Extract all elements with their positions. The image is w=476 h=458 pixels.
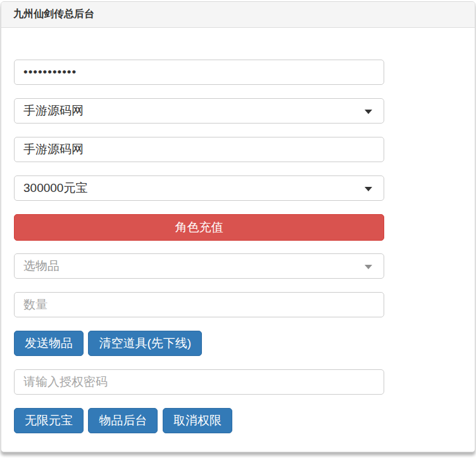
permission-actions-row: 无限元宝 物品后台 取消权限 bbox=[14, 408, 462, 433]
role-input[interactable] bbox=[14, 137, 384, 162]
caret-down-icon bbox=[365, 110, 372, 114]
clear-items-button[interactable]: 清空道具(先下线) bbox=[88, 331, 202, 356]
server-select-value: 手游源码网 bbox=[23, 104, 84, 117]
page-title: 九州仙剑传总后台 bbox=[1, 2, 475, 28]
item-select[interactable]: 选物品 bbox=[14, 253, 384, 279]
admin-panel: 九州仙剑传总后台 手游源码网 300000元宝 角色充值 选物品 发送物品 清空… bbox=[1, 1, 475, 452]
amount-select-value: 300000元宝 bbox=[23, 181, 87, 194]
caret-down-icon bbox=[365, 265, 372, 269]
amount-select[interactable]: 300000元宝 bbox=[14, 175, 384, 201]
send-item-button[interactable]: 发送物品 bbox=[14, 331, 84, 356]
cancel-permission-button[interactable]: 取消权限 bbox=[163, 408, 232, 433]
password-input[interactable] bbox=[14, 60, 384, 85]
item-backend-button[interactable]: 物品后台 bbox=[88, 408, 158, 433]
quantity-input[interactable] bbox=[14, 292, 384, 317]
server-select[interactable]: 手游源码网 bbox=[14, 98, 384, 124]
item-select-placeholder: 选物品 bbox=[23, 259, 60, 272]
recharge-button[interactable]: 角色充值 bbox=[14, 214, 384, 241]
unlimited-gold-button[interactable]: 无限元宝 bbox=[14, 408, 84, 433]
caret-down-icon bbox=[365, 187, 372, 191]
item-actions-row: 发送物品 清空道具(先下线) bbox=[14, 331, 462, 356]
form-body: 手游源码网 300000元宝 角色充值 选物品 发送物品 清空道具(先下线) 无… bbox=[1, 28, 475, 454]
auth-password-input[interactable] bbox=[14, 369, 384, 395]
